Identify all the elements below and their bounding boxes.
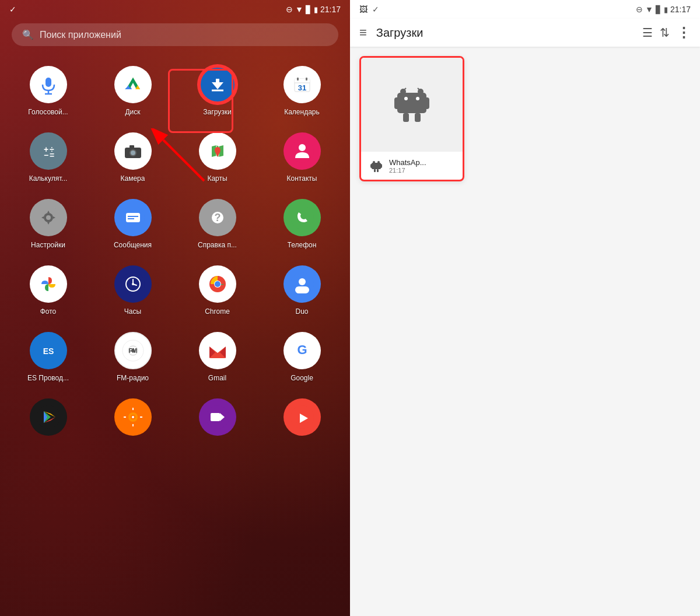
duo-label: Duo — [295, 307, 308, 316]
app-item-fm[interactable]: FM FM-радио — [90, 324, 175, 390]
app-item-downloads[interactable]: Загрузки — [175, 58, 260, 124]
status-right-icons: ⊖ ▼ ▊ ▮ 21:17 — [286, 5, 341, 14]
calendar-label: Календарь — [284, 108, 320, 116]
svg-rect-116 — [380, 164, 382, 168]
svg-point-33 — [131, 150, 135, 155]
minus-icon: ⊖ — [286, 5, 293, 14]
svg-rect-24 — [306, 78, 307, 80]
app-item-photos[interactable]: Фото — [6, 257, 90, 324]
download-card-android-icon — [368, 158, 384, 174]
help-label: Справка п... — [198, 241, 237, 249]
voice-label: Голосовой... — [28, 108, 68, 116]
app-item-gmail[interactable]: Gmail — [175, 324, 260, 390]
chrome-label: Chrome — [205, 307, 230, 316]
hamburger-menu-icon[interactable]: ≡ — [359, 25, 367, 40]
camera-icon — [114, 132, 152, 170]
signal-icon: ▊ — [306, 5, 312, 14]
app-item-contacts[interactable]: Контакты — [260, 124, 344, 191]
app-item-voice[interactable]: Голосовой... — [6, 58, 90, 124]
svg-rect-107 — [415, 113, 421, 122]
svg-point-42 — [46, 215, 51, 220]
settings-label: Настройки — [31, 241, 65, 249]
svg-rect-34 — [130, 145, 134, 148]
clock-label: Часы — [124, 307, 141, 316]
calendar-icon: 31 — [284, 66, 321, 103]
svg-rect-44 — [126, 213, 140, 222]
app-item-chrome[interactable]: Chrome — [175, 257, 260, 324]
download-preview — [361, 58, 463, 151]
svg-point-109 — [416, 97, 419, 100]
status-left-icons: ✓ — [9, 5, 16, 14]
status-bar-left: ✓ ⊖ ▼ ▊ ▮ 21:17 — [0, 0, 350, 19]
svg-point-56 — [132, 283, 134, 285]
more-options-icon[interactable]: ⋮ — [677, 24, 691, 41]
svg-point-60 — [215, 281, 220, 287]
svg-rect-104 — [394, 97, 400, 109]
music-icon — [114, 398, 152, 436]
app-item-videos[interactable] — [175, 390, 260, 449]
toolbar-left: ≡ Загрузки — [359, 25, 423, 40]
phone-icon — [284, 199, 321, 236]
app-item-messages[interactable]: Сообщения — [90, 191, 175, 257]
contacts-label: Контакты — [287, 174, 317, 183]
app-item-calc[interactable]: + ÷ − = Калькулят... — [6, 124, 90, 191]
svg-text:−: − — [44, 150, 48, 160]
svg-text:=: = — [50, 150, 54, 160]
toolbar-title: Загрузки — [376, 26, 424, 40]
videos-icon — [199, 398, 236, 436]
app-item-play[interactable] — [6, 390, 90, 449]
svg-point-108 — [404, 97, 408, 100]
app-item-youtube[interactable] — [260, 390, 344, 449]
app-item-music[interactable] — [90, 390, 175, 449]
wifi-icon: ▼ — [295, 5, 303, 14]
app-item-help[interactable]: ? Справка п... — [175, 191, 260, 257]
minus-icon-right: ⊖ — [636, 5, 643, 14]
search-bar[interactable]: 🔍 Поиск приложений — [12, 23, 338, 46]
app-item-calendar[interactable]: 31 Календарь — [260, 58, 344, 124]
es-label: ES Провод... — [27, 374, 69, 382]
app-item-duo[interactable]: Duo — [260, 257, 344, 324]
svg-rect-118 — [377, 169, 379, 172]
svg-text:G: G — [297, 342, 307, 357]
chrome-icon — [199, 265, 236, 303]
svg-text:31: 31 — [298, 83, 306, 92]
app-item-drive[interactable]: Диск — [90, 58, 175, 124]
sort-filter-icon[interactable]: ⇅ — [660, 26, 670, 40]
svg-rect-106 — [403, 113, 409, 122]
google-label: Google — [290, 374, 313, 382]
status-time-right: 21:17 — [670, 5, 691, 14]
download-item-card[interactable]: WhatsAp... 21:17 — [359, 56, 464, 181]
contacts-icon — [284, 132, 321, 170]
calc-label: Калькулят... — [29, 174, 68, 183]
list-view-icon[interactable]: ☰ — [642, 26, 653, 40]
fm-label: FM-радио — [117, 374, 149, 382]
downloads-content: WhatsAp... 21:17 — [350, 47, 700, 616]
clock-icon — [114, 265, 152, 303]
download-file-name: WhatsAp... — [389, 158, 456, 167]
gmail-icon — [199, 332, 236, 369]
app-item-settings[interactable]: Настройки — [6, 191, 90, 257]
drive-label: Диск — [125, 108, 140, 116]
app-item-es[interactable]: ES ES Провод... — [6, 324, 90, 390]
battery-icon-right: ▮ — [664, 5, 668, 14]
svg-point-70 — [131, 349, 135, 352]
svg-point-50 — [290, 206, 314, 229]
download-file-time: 21:17 — [389, 167, 456, 174]
downloads-label: Загрузки — [203, 108, 231, 116]
gmail-label: Gmail — [208, 374, 226, 382]
app-item-maps[interactable]: Карты — [175, 124, 260, 191]
checkmark-icon-right: ✓ — [372, 5, 379, 14]
calc-icon: + ÷ − = — [30, 132, 67, 170]
search-icon: 🔍 — [22, 29, 34, 40]
svg-rect-117 — [374, 169, 376, 172]
app-item-clock[interactable]: Часы — [90, 257, 175, 324]
svg-point-4 — [121, 73, 145, 96]
app-item-phone[interactable]: Телефон — [260, 191, 344, 257]
app-item-google[interactable]: G Google — [260, 324, 344, 390]
maps-label: Карты — [207, 174, 227, 183]
svg-rect-16 — [216, 79, 219, 86]
status-right-icons-right: ⊖ ▼ ▊ ▮ 21:17 — [636, 5, 691, 14]
status-bar-right: 🖼 ✓ ⊖ ▼ ▊ ▮ 21:17 — [350, 0, 700, 19]
svg-rect-20 — [295, 79, 310, 83]
app-item-camera[interactable]: Камера — [90, 124, 175, 191]
